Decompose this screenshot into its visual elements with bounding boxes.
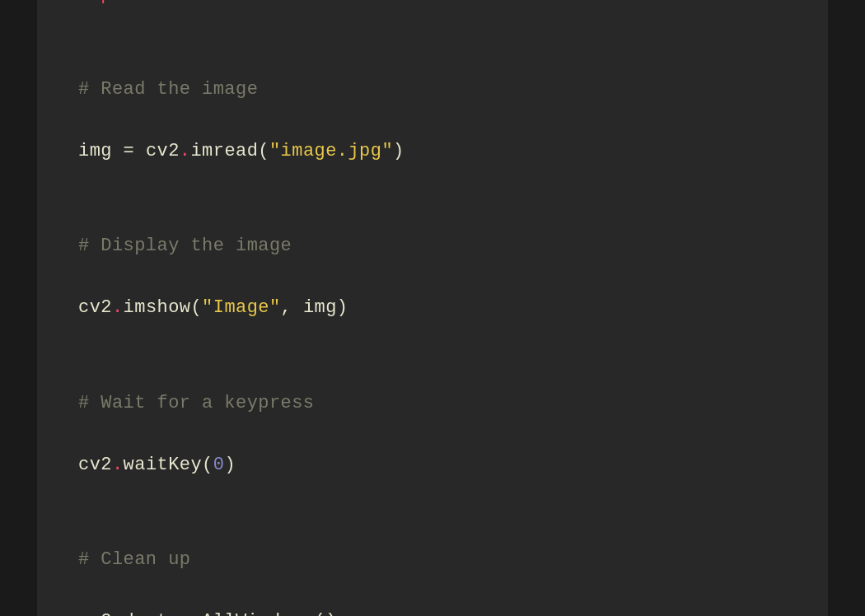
code-block: import cv2# Read the imageimg = cv2.imre…: [78, 0, 787, 616]
empty-line: [78, 166, 787, 198]
empty-line: [78, 104, 787, 137]
empty-line: [78, 479, 787, 512]
empty-line: [78, 42, 787, 75]
code-token: waitKey(: [124, 455, 213, 475]
code-line: # Clean up: [78, 545, 787, 574]
code-token: 0: [213, 455, 225, 475]
code-token: .: [112, 455, 124, 475]
code-token: cv2: [78, 455, 112, 475]
code-line: # Wait for a keypress: [78, 389, 787, 418]
code-line: img = cv2.imread("image.jpg"): [78, 137, 787, 166]
code-token: # Wait for a keypress: [78, 393, 315, 413]
empty-line: [78, 356, 787, 389]
code-token: destroyAllWindows(): [124, 611, 337, 616]
empty-line: [78, 323, 787, 356]
code-token: cv2: [146, 141, 180, 161]
code-token: img: [78, 141, 112, 161]
code-token: ): [393, 141, 404, 161]
empty-line: [78, 9, 787, 42]
code-token: =: [112, 141, 146, 161]
code-line: # Display the image: [78, 231, 787, 260]
code-token: import: [78, 0, 146, 5]
empty-line: [78, 512, 787, 545]
empty-line: [78, 574, 787, 607]
code-line: # Read the image: [78, 75, 787, 104]
code-token: ): [224, 455, 236, 475]
code-token: cv2: [157, 0, 191, 5]
code-token: cv2: [78, 611, 112, 616]
code-token: cv2: [78, 297, 112, 318]
code-token: "image.jpg": [269, 141, 393, 161]
code-token: .: [112, 297, 124, 318]
code-token: imshow(: [124, 297, 203, 318]
empty-line: [78, 260, 787, 293]
code-line: import cv2: [78, 0, 787, 9]
code-token: # Display the image: [78, 236, 292, 256]
code-token: # Read the image: [78, 79, 258, 100]
code-container: import cv2# Read the imageimg = cv2.imre…: [37, 0, 828, 616]
code-token: # Clean up: [78, 549, 190, 570]
code-token: [146, 0, 157, 5]
code-line: cv2.destroyAllWindows(): [78, 607, 787, 616]
code-line: cv2.waitKey(0): [78, 450, 787, 479]
empty-line: [78, 198, 787, 231]
code-line: cv2.imshow("Image", img): [78, 293, 787, 322]
code-token: .: [180, 141, 191, 161]
code-token: .: [112, 611, 124, 616]
empty-line: [78, 418, 787, 450]
code-token: "Image": [202, 297, 281, 318]
code-token: imread(: [190, 141, 269, 161]
code-token: , img): [281, 297, 348, 318]
